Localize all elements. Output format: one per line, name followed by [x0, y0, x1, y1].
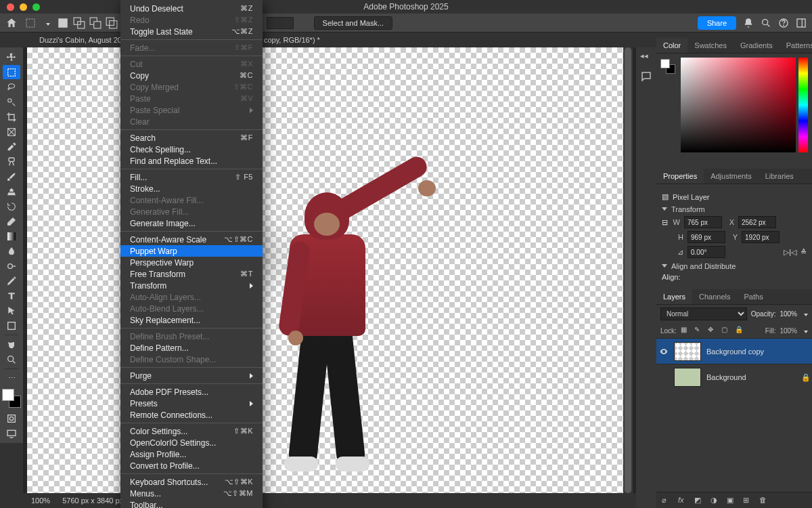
fill-dropdown-icon[interactable] — [801, 327, 808, 335]
delete-layer-icon[interactable]: 🗑 — [759, 496, 769, 505]
link-wh-icon[interactable]: ⊟ — [662, 218, 668, 227]
flip-horizontal-icon[interactable]: ▷|◁ — [784, 248, 796, 257]
menu-item-copy[interactable]: Copy⌘C — [120, 70, 263, 81]
vertical-scrollbar[interactable] — [623, 47, 633, 493]
tab-paths[interactable]: Paths — [738, 289, 770, 304]
minimize-window-icon[interactable] — [20, 3, 27, 11]
menu-item-fill[interactable]: Fill...⇧ F5 — [120, 171, 263, 183]
menu-item-menus[interactable]: Menus...⌥⇧⌘M — [120, 488, 263, 499]
menu-item-undo-deselect[interactable]: Undo Deselect⌘Z — [120, 3, 263, 14]
link-layers-icon[interactable]: ⌀ — [662, 496, 671, 505]
tab-channels[interactable]: Channels — [692, 289, 737, 304]
height-value[interactable]: 969 px — [687, 231, 725, 243]
menu-item-perspective-warp[interactable]: Perspective Warp — [120, 257, 263, 268]
layer-name[interactable]: Background — [706, 373, 746, 381]
tab-libraries[interactable]: Libraries — [759, 169, 800, 184]
healing-brush-tool-icon[interactable] — [3, 154, 20, 169]
home-icon[interactable] — [5, 17, 18, 29]
menu-item-opencolorio-settings[interactable]: OpenColorIO Settings... — [120, 437, 263, 448]
brush-tool-icon[interactable] — [3, 169, 20, 184]
selection-intersect-icon[interactable] — [106, 17, 118, 29]
shape-tool-icon[interactable] — [3, 318, 20, 333]
path-selection-tool-icon[interactable] — [3, 303, 20, 318]
transform-section[interactable]: Transform — [662, 205, 807, 213]
menu-item-free-transform[interactable]: Free Transform⌘T — [120, 268, 263, 280]
width-value[interactable]: 765 px — [684, 216, 722, 228]
history-brush-tool-icon[interactable] — [3, 199, 20, 213]
layer-thumbnail[interactable] — [674, 368, 701, 387]
foreground-color-swatch[interactable] — [2, 389, 14, 401]
menu-item-search[interactable]: Search⌘F — [120, 132, 263, 144]
close-window-icon[interactable] — [7, 3, 14, 11]
dodge-tool-icon[interactable] — [3, 259, 20, 273]
y-value[interactable]: 1920 px — [742, 231, 780, 243]
screen-mode-icon[interactable] — [3, 426, 20, 440]
color-panel-swatches[interactable] — [660, 59, 675, 74]
crop-tool-icon[interactable] — [3, 110, 20, 124]
gradient-tool-icon[interactable] — [3, 229, 20, 243]
share-button[interactable]: Share — [698, 16, 736, 30]
layer-group-icon[interactable]: ▣ — [727, 496, 736, 505]
lasso-tool-icon[interactable] — [3, 80, 20, 94]
search-icon[interactable] — [761, 18, 771, 28]
x-value[interactable]: 2562 px — [738, 216, 776, 228]
help-icon[interactable] — [778, 18, 789, 28]
document-tab[interactable]: Duzzi's Cabin, August 20 — [32, 34, 129, 46]
toggle-panels-icon[interactable]: ◂◂ — [640, 51, 652, 64]
layer-name[interactable]: Background copy — [706, 347, 764, 356]
layer-mask-icon[interactable]: ◩ — [694, 496, 704, 505]
tab-patterns[interactable]: Patterns — [780, 38, 812, 53]
menu-item-adobe-pdf-presets[interactable]: Adobe PDF Presets... — [120, 386, 263, 398]
eraser-tool-icon[interactable] — [3, 214, 20, 228]
quick-selection-tool-icon[interactable] — [3, 95, 20, 109]
document-canvas[interactable] — [27, 47, 626, 493]
layer-fx-icon[interactable]: fx — [678, 496, 687, 505]
tool-preset-dropdown[interactable] — [43, 19, 50, 27]
tab-gradients[interactable]: Gradients — [734, 38, 780, 53]
blend-mode-select[interactable]: Normal — [660, 308, 747, 320]
clone-stamp-tool-icon[interactable] — [3, 184, 20, 198]
selection-add-icon[interactable] — [73, 17, 85, 29]
move-tool-icon[interactable] — [3, 50, 20, 64]
select-and-mask-button[interactable]: Select and Mask... — [314, 16, 393, 30]
menu-item-purge[interactable]: Purge — [120, 370, 263, 381]
layer-visibility-icon[interactable] — [659, 347, 669, 356]
color-swatches[interactable] — [2, 389, 21, 408]
menu-item-presets[interactable]: Presets — [120, 398, 263, 409]
menu-item-find-and-replace-text[interactable]: Find and Replace Text... — [120, 155, 263, 167]
menu-item-convert-to-profile[interactable]: Convert to Profile... — [120, 460, 263, 471]
selection-new-icon[interactable] — [57, 17, 69, 29]
lock-transparency-icon[interactable]: ▦ — [681, 326, 690, 335]
lock-artboard-icon[interactable]: ▢ — [721, 326, 731, 335]
lock-position-icon[interactable]: ✥ — [708, 326, 717, 335]
menu-item-remote-connections[interactable]: Remote Connections... — [120, 409, 263, 421]
fill-value[interactable]: 100% — [780, 327, 797, 335]
tab-swatches[interactable]: Swatches — [687, 38, 734, 53]
workspace-icon[interactable] — [796, 18, 807, 28]
tab-properties[interactable]: Properties — [656, 169, 704, 184]
hand-tool-icon[interactable] — [3, 337, 20, 352]
marquee-tool-icon[interactable] — [24, 17, 37, 29]
layer-visibility-icon[interactable] — [659, 373, 669, 382]
menu-item-toggle-last-state[interactable]: Toggle Last State⌥⌘Z — [120, 26, 263, 37]
tab-color[interactable]: Color — [656, 38, 687, 53]
height-field[interactable] — [267, 17, 294, 29]
fullscreen-window-icon[interactable] — [32, 3, 40, 11]
menu-item-content-aware-scale[interactable]: Content-Aware Scale⌥⇧⌘C — [120, 234, 263, 245]
quick-mask-icon[interactable] — [3, 411, 20, 425]
marquee-tool-icon[interactable] — [3, 65, 20, 79]
hue-slider[interactable] — [798, 58, 808, 152]
angle-value[interactable]: 0.00° — [687, 246, 725, 258]
menu-item-stroke[interactable]: Stroke... — [120, 183, 263, 194]
menu-item-sky-replacement[interactable]: Sky Replacement... — [120, 314, 263, 326]
type-tool-icon[interactable] — [3, 289, 20, 303]
menu-item-transform[interactable]: Transform — [120, 280, 263, 291]
tab-layers[interactable]: Layers — [656, 289, 692, 304]
menu-item-toolbar[interactable]: Toolbar... — [120, 499, 263, 508]
adjustment-layer-icon[interactable]: ◑ — [710, 496, 720, 505]
menu-item-assign-profile[interactable]: Assign Profile... — [120, 448, 263, 460]
menu-item-generate-image[interactable]: Generate Image... — [120, 217, 263, 229]
eyedropper-tool-icon[interactable] — [3, 140, 20, 154]
menu-item-keyboard-shortcuts[interactable]: Keyboard Shortcuts...⌥⇧⌘K — [120, 476, 263, 488]
layer-thumbnail[interactable] — [674, 342, 701, 361]
